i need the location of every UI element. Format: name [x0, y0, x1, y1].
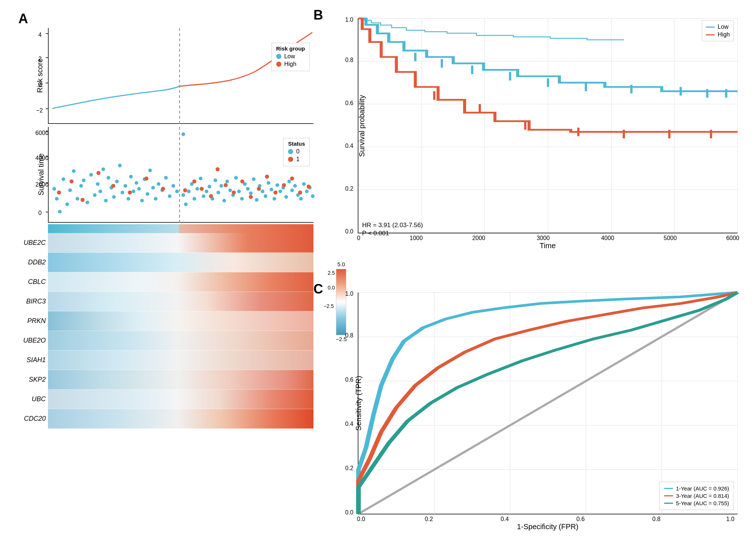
- roc-chart-area: 1.0 0.8 0.6 0.4 0.2 0.0 0.0 0.2 0.4 0.6 …: [358, 292, 738, 515]
- heatmap-container: UBE2C DDB2 CBLC BIRC3 PRKN UBE2O SIAH1 S…: [48, 224, 313, 431]
- svg-point-90: [293, 184, 297, 188]
- svg-point-51: [181, 132, 185, 136]
- roc-x-0.8: 0.8: [652, 516, 660, 523]
- svg-point-105: [249, 195, 253, 199]
- risk-legend-title: Risk group: [276, 45, 305, 52]
- svg-point-27: [129, 175, 133, 178]
- svg-rect-119: [48, 350, 313, 370]
- roc-legend: 1-Year (AUC = 0.926) 3-Year (AUC = 0.814…: [659, 482, 734, 510]
- svg-point-89: [290, 188, 294, 192]
- roc-x-label: 1-Specificity (FPR): [358, 523, 738, 531]
- svg-rect-121: [48, 389, 313, 409]
- svg-point-100: [209, 194, 213, 198]
- svg-point-40: [168, 194, 171, 198]
- svg-point-59: [202, 194, 205, 198]
- roc-x-0.0: 0.0: [357, 516, 365, 523]
- heatmap-svg: [48, 233, 313, 429]
- svg-rect-113: [48, 233, 313, 253]
- svg-point-24: [121, 191, 124, 194]
- status-legend-1: 1: [288, 156, 305, 163]
- km-x-0: 0: [357, 235, 360, 242]
- km-x-5000: 5000: [664, 235, 677, 242]
- svg-point-28: [132, 190, 135, 193]
- svg-rect-115: [48, 272, 313, 292]
- svg-point-17: [101, 167, 105, 171]
- svg-point-58: [199, 177, 202, 180]
- svg-point-94: [305, 190, 309, 193]
- svg-point-26: [126, 197, 130, 201]
- roc-y-label: Sensitivity (TPR): [354, 376, 363, 431]
- svg-point-7: [68, 188, 72, 192]
- svg-point-52: [181, 193, 185, 197]
- roc-x-0.4: 0.4: [501, 516, 509, 523]
- svg-point-19: [107, 176, 110, 180]
- svg-point-97: [183, 188, 187, 192]
- svg-rect-114: [48, 253, 313, 272]
- svg-point-102: [224, 183, 228, 187]
- km-x-3000: 3000: [537, 235, 550, 242]
- svg-point-14: [93, 193, 97, 197]
- km-x-1000: 1000: [410, 235, 423, 242]
- svg-point-99: [200, 187, 204, 191]
- svg-point-81: [267, 181, 270, 185]
- km-x-label: Time: [358, 242, 738, 250]
- risk-legend: Risk group Low High: [271, 43, 310, 71]
- surv-y-6000: 6000: [35, 130, 49, 136]
- svg-point-93: [302, 182, 306, 186]
- status-legend: Status 0 1: [283, 138, 310, 166]
- roc-legend-5yr: 5-Year (AUC = 0.755): [664, 500, 729, 506]
- svg-point-18: [104, 199, 108, 202]
- roc-x-0.6: 0.6: [576, 516, 585, 523]
- status-legend-0: 0: [288, 148, 305, 155]
- svg-point-39: [164, 176, 168, 180]
- svg-point-47: [111, 184, 115, 188]
- svg-point-85: [278, 190, 282, 193]
- svg-point-72: [240, 197, 244, 201]
- svg-point-77: [255, 198, 259, 202]
- km-censoring: [358, 18, 738, 233]
- svg-point-5: [62, 177, 65, 181]
- roc-x-1.0: 1.0: [726, 516, 734, 523]
- km-chart-area: 1.0 0.8 0.6 0.4 0.2 0.0 0 1000 2000 3000…: [358, 18, 738, 233]
- svg-point-37: [157, 182, 160, 186]
- svg-point-107: [265, 175, 269, 179]
- svg-point-21: [112, 195, 116, 199]
- svg-point-4: [58, 210, 62, 214]
- svg-point-36: [154, 197, 157, 201]
- svg-point-109: [282, 183, 286, 187]
- svg-point-45: [81, 198, 85, 202]
- km-x-2000: 2000: [472, 235, 485, 242]
- gene-labels: UBE2C DDB2 CBLC BIRC3 PRKN UBE2O SIAH1 S…: [19, 233, 46, 429]
- svg-point-104: [240, 180, 245, 184]
- svg-point-84: [275, 183, 279, 187]
- svg-point-87: [284, 195, 288, 199]
- risk-legend-low: Low: [276, 53, 305, 60]
- svg-point-108: [274, 191, 278, 195]
- km-y-label: Survival probability: [358, 95, 366, 157]
- svg-point-103: [232, 191, 236, 195]
- svg-point-106: [257, 187, 261, 191]
- risk-legend-high: High: [276, 61, 305, 67]
- svg-point-63: [214, 178, 217, 182]
- panel-c-label: C: [313, 281, 323, 297]
- svg-point-31: [140, 199, 144, 202]
- svg-rect-120: [48, 370, 313, 389]
- risk-y-tick-0: 0: [38, 81, 42, 88]
- svg-point-88: [287, 180, 291, 183]
- svg-point-82: [270, 188, 273, 191]
- svg-point-68: [228, 188, 232, 192]
- right-panel: B: [302, 0, 756, 555]
- svg-point-6: [65, 202, 69, 206]
- svg-point-49: [145, 177, 149, 181]
- kaplan-meier-chart: 1.0 0.8 0.6 0.4 0.2 0.0 0 1000 2000 3000…: [328, 7, 745, 252]
- svg-point-65: [219, 184, 223, 188]
- svg-point-10: [79, 184, 83, 188]
- panel-a-label: A: [18, 11, 299, 27]
- panel-b: B: [313, 7, 745, 274]
- survival-scatter-chart: [49, 127, 314, 223]
- svg-point-34: [148, 169, 152, 172]
- svg-point-57: [195, 187, 199, 191]
- svg-point-112: [307, 185, 311, 189]
- svg-point-67: [225, 180, 229, 183]
- svg-point-43: [57, 191, 61, 195]
